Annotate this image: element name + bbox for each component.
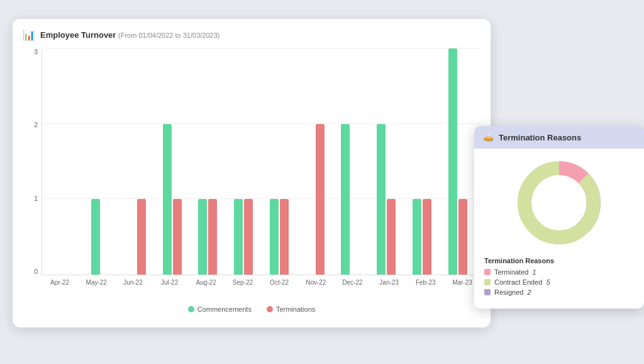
bar-green [377,124,386,275]
terminations-label: Terminations [276,305,315,313]
bar-group [404,48,440,275]
bar-group [226,48,262,275]
donut-svg [515,159,603,247]
termination-legend: Termination Reasons Terminated 1 Contrac… [484,257,634,299]
donut-chart [515,159,603,247]
legend-row-terminated: Terminated 1 [484,268,634,276]
bar-group [47,48,83,275]
bar-red [423,199,431,275]
bar-green [270,199,279,275]
bar-green [198,199,207,275]
contract-swatch [484,279,491,285]
x-label: Jan-23 [371,279,408,286]
contract-label: Contract Ended [494,278,542,286]
chart-legend: Commencements Terminations [23,305,480,313]
bar-group [154,48,190,275]
pie-chart-icon: 🥧 [483,132,494,142]
terminated-swatch [484,269,491,275]
bar-green [234,199,243,275]
bar-group [369,48,404,275]
bar-group [119,48,155,275]
chart-inner [42,48,480,275]
x-label: Sep-22 [225,279,261,286]
bar-red [244,199,253,275]
side-card-body: Termination Reasons Terminated 1 Contrac… [474,149,644,309]
y-axis: 3 2 1 0 [23,48,42,275]
chart-area: 3 2 1 0 Apr-22May-22Jun-22Jul-22Aug-22Se… [23,48,480,300]
legend-row-resigned: Resigned 2 [484,288,634,296]
bar-group [190,48,226,275]
bar-group [333,48,369,275]
resigned-swatch [484,289,491,295]
bar-red [208,199,217,275]
x-label: Nov-22 [297,279,334,286]
bars-container [42,48,480,275]
bar-green [448,48,457,275]
resigned-label: Resigned [494,288,523,296]
bar-group [440,48,475,275]
x-label: Jun-22 [114,279,151,286]
legend-row-contract: Contract Ended 5 [484,278,634,286]
resigned-count: 2 [527,288,531,296]
bar-red [280,199,289,275]
terminated-count: 1 [532,268,536,276]
y-label-1: 1 [34,195,38,202]
x-labels: Apr-22May-22Jun-22Jul-22Aug-22Sep-22Oct-… [42,275,480,300]
bar-group [297,48,333,275]
bar-chart-icon: 📊 [23,29,35,41]
x-label: May-22 [78,279,114,286]
side-card-header: 🥧 Termination Reasons [474,126,644,149]
card-title: Employee Turnover (From 01/04/2022 to 31… [40,30,219,40]
terminated-label: Terminated [494,268,528,276]
y-label-0: 0 [34,268,38,275]
bar-red [458,199,467,275]
main-card: 📊 Employee Turnover (From 01/04/2022 to … [13,19,491,327]
commencements-label: Commencements [197,305,252,313]
y-label-3: 3 [34,48,38,55]
bar-red [137,199,146,275]
legend-terminations: Terminations [267,305,315,313]
bar-green [341,124,350,275]
y-label-2: 2 [34,122,38,128]
x-label: Apr-22 [42,279,78,286]
x-label: Jul-22 [152,279,188,286]
donut-hole [538,182,580,224]
side-card-title: Termination Reasons [499,133,581,142]
card-header: 📊 Employee Turnover (From 01/04/2022 to … [23,29,480,41]
card-subtitle: (From 01/04/2022 to 31/03/2023) [118,31,219,39]
bar-green [163,124,172,275]
bar-red [387,199,396,275]
commencements-dot [188,306,194,312]
bar-group [262,48,297,275]
bar-green [413,199,421,275]
side-card: 🥧 Termination Reasons Termination Reason… [474,126,644,309]
bar-red [173,199,182,275]
terminations-dot [267,306,273,312]
bar-group [83,48,119,275]
x-label: Feb-23 [408,279,444,286]
legend-section-title: Termination Reasons [484,257,634,264]
x-label: Oct-22 [261,279,297,286]
legend-commencements: Commencements [188,305,252,313]
bar-green [91,199,100,275]
contract-count: 5 [546,278,550,286]
x-label: Dec-22 [334,279,370,286]
x-label: Aug-22 [188,279,225,286]
bar-red [316,124,325,275]
